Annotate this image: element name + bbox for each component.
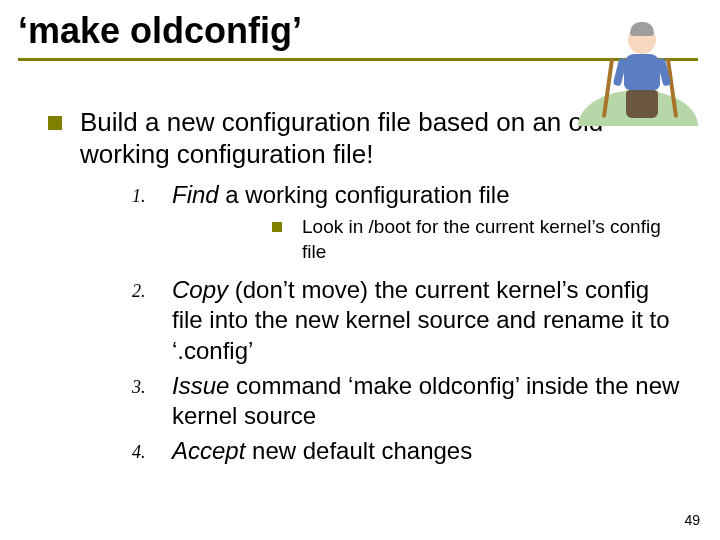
sub-item-text: Look in /boot for the current kernel’s c… xyxy=(302,215,680,264)
item-lead-word: Find xyxy=(172,181,219,208)
item-rest: command ‘make oldconfig’ inside the new … xyxy=(172,372,679,430)
item-rest: a working configuration file xyxy=(219,181,510,208)
list-item: 2. Copy (don’t move) the current kernel’… xyxy=(132,275,680,367)
item-text: Issue command ‘make oldconfig’ inside th… xyxy=(172,371,680,432)
item-number: 1. xyxy=(132,180,172,207)
list-item: 1. Find a working configuration file xyxy=(132,180,680,211)
item-text: Find a working configuration file xyxy=(172,180,510,211)
head-shape xyxy=(628,26,656,54)
slide: ‘make oldconfig’ Build a new configurati… xyxy=(0,0,720,540)
man-figure xyxy=(618,26,666,118)
item-lead-word: Copy xyxy=(172,276,228,303)
item-number: 4. xyxy=(132,436,172,463)
hair-shape xyxy=(630,22,654,36)
item-rest: new default changes xyxy=(245,437,472,464)
legs-shape xyxy=(626,90,658,118)
item-rest: (don’t move) the current kernel’s config… xyxy=(172,276,670,364)
item-lead-word: Issue xyxy=(172,372,229,399)
ordered-list: 1. Find a working configuration file Loo… xyxy=(48,176,680,466)
square-bullet-icon xyxy=(48,116,62,130)
decorative-image xyxy=(578,6,698,126)
item-text: Copy (don’t move) the current kernel’s c… xyxy=(172,275,680,367)
page-number: 49 xyxy=(684,512,700,528)
square-bullet-icon xyxy=(272,222,282,232)
sub-item-row: Look in /boot for the current kernel’s c… xyxy=(132,215,680,264)
list-item: 4. Accept new default changes xyxy=(132,436,680,467)
item-lead-word: Accept xyxy=(172,437,245,464)
item-number: 3. xyxy=(132,371,172,398)
item-number: 2. xyxy=(132,275,172,302)
arm-left xyxy=(613,57,628,86)
list-item: 3. Issue command ‘make oldconfig’ inside… xyxy=(132,371,680,432)
body-shape xyxy=(624,54,660,90)
item-text: Accept new default changes xyxy=(172,436,472,467)
